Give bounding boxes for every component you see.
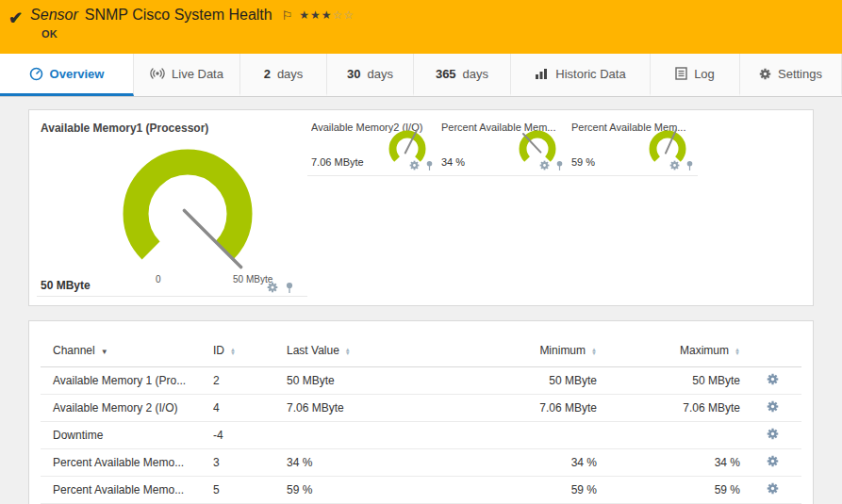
- overview-icon: [29, 67, 43, 81]
- channel-name-cell: Available Memory 1 (Pro...: [41, 366, 201, 394]
- tab-label: Historic Data: [555, 67, 625, 81]
- minimum-cell: 50 MByte: [461, 366, 601, 394]
- channel-id-cell: 4: [201, 394, 274, 421]
- tab-365-days[interactable]: 365 days: [414, 54, 511, 96]
- tab-bar: Overview Live Data 2 days 30 days 365 da…: [0, 54, 842, 97]
- table-header-row: Channel▼ ID▲▼ Last Value▲▼ Minimum▲▼ Max…: [41, 334, 801, 366]
- minimum-cell: 7.06 MByte: [461, 394, 601, 421]
- gauge-scale-min: 0: [156, 274, 161, 285]
- gauge-tile-main: Available Memory1 (Processor) 0 50 MByte…: [37, 116, 307, 297]
- table-row: Available Memory 1 (Pro... 2 50 MByte 50…: [41, 366, 801, 394]
- sensor-titles: Sensor SNMP Cisco System Health ⚐ ★★★☆☆ …: [30, 7, 355, 40]
- tab-value: 30: [347, 67, 360, 81]
- channels-panel: Channel▼ ID▲▼ Last Value▲▼ Minimum▲▼ Max…: [28, 320, 814, 504]
- historic-data-icon: [535, 68, 549, 80]
- channel-name-cell: Downtime: [41, 421, 201, 448]
- pin-icon[interactable]: [285, 282, 294, 293]
- last-value-cell: 34 %: [274, 448, 461, 476]
- maximum-cell: 50 MByte: [601, 366, 744, 394]
- channel-id-cell: -4: [201, 421, 274, 448]
- column-header-minimum[interactable]: Minimum▲▼: [461, 334, 601, 366]
- column-header-id[interactable]: ID▲▼: [201, 334, 274, 366]
- channel-name-cell: Percent Available Memo...: [41, 476, 201, 503]
- stars-empty: ☆☆: [333, 8, 355, 22]
- sort-desc-icon: ▼: [101, 348, 108, 356]
- pin-icon[interactable]: [685, 160, 694, 171]
- tab-label: days: [463, 67, 488, 81]
- column-label: Maximum: [680, 344, 729, 357]
- priority-stars[interactable]: ★★★☆☆: [299, 8, 355, 22]
- mini-gauge-value: 59 %: [571, 156, 595, 168]
- channel-id-cell: 3: [201, 448, 274, 476]
- tab-30-days[interactable]: 30 days: [327, 54, 414, 96]
- tab-label: days: [368, 67, 393, 81]
- sensor-type-label: Sensor: [30, 7, 78, 24]
- column-label: Channel: [53, 344, 95, 357]
- column-label: ID: [213, 344, 224, 357]
- gauge-tile-mini: Percent Available Mem... 34 %: [438, 116, 568, 176]
- last-value-cell: 59 %: [274, 476, 461, 503]
- table-row: Downtime -4: [41, 421, 801, 448]
- column-header-channel[interactable]: Channel▼: [41, 334, 201, 366]
- prtg-sensor-page: ✔ Sensor SNMP Cisco System Health ⚐ ★★★☆…: [0, 0, 842, 504]
- gauge-main-dial: [82, 133, 299, 284]
- flag-icon[interactable]: ⚐: [282, 8, 293, 23]
- maximum-cell: 7.06 MByte: [601, 394, 744, 421]
- log-icon: [675, 67, 687, 80]
- minimum-cell: [461, 421, 601, 448]
- channel-settings-button[interactable]: [767, 428, 779, 440]
- tab-label: Live Data: [172, 67, 223, 81]
- last-value-cell: [274, 421, 461, 448]
- gauges-panel: Available Memory1 (Processor) 0 50 MByte…: [28, 109, 814, 306]
- channel-settings-button[interactable]: [767, 400, 779, 413]
- tab-label: Overview: [50, 67, 105, 81]
- sort-icon: ▲▼: [735, 348, 740, 355]
- sensor-header: ✔ Sensor SNMP Cisco System Health ⚐ ★★★☆…: [0, 0, 842, 54]
- tab-2-days[interactable]: 2 days: [240, 54, 327, 96]
- tab-live-data[interactable]: Live Data: [134, 54, 240, 96]
- gear-icon[interactable]: [409, 160, 420, 171]
- maximum-cell: 34 %: [601, 448, 744, 476]
- table-row: Available Memory 2 (I/O) 4 7.06 MByte 7.…: [41, 394, 801, 421]
- settings-icon: [759, 68, 771, 80]
- minimum-cell: 34 %: [461, 448, 601, 476]
- channel-settings-button[interactable]: [767, 482, 779, 495]
- column-label: Minimum: [539, 344, 586, 357]
- pin-icon[interactable]: [425, 160, 434, 171]
- tab-label: days: [277, 67, 303, 81]
- gauge-value: 50 MByte: [41, 279, 91, 292]
- minimum-cell: 59 %: [461, 476, 601, 503]
- gear-icon[interactable]: [669, 160, 680, 171]
- gauge-tile-mini: Percent Available Mem... 59 %: [568, 116, 698, 176]
- sort-icon: ▲▼: [591, 348, 597, 355]
- channels-table: Channel▼ ID▲▼ Last Value▲▼ Minimum▲▼ Max…: [41, 334, 801, 504]
- sort-icon: ▲▼: [345, 348, 351, 355]
- table-row: Percent Available Memo... 3 34 % 34 % 34…: [41, 448, 801, 476]
- tab-overview[interactable]: Overview: [0, 54, 134, 96]
- channel-settings-button[interactable]: [767, 455, 779, 467]
- channel-id-cell: 2: [201, 366, 274, 394]
- tab-value: 2: [264, 67, 271, 81]
- pin-icon[interactable]: [555, 160, 564, 171]
- status-text: OK: [41, 28, 355, 40]
- tab-value: 365: [436, 67, 456, 81]
- tab-settings[interactable]: Settings: [740, 54, 842, 96]
- gear-icon[interactable]: [267, 282, 278, 293]
- channel-settings-button[interactable]: [767, 373, 779, 385]
- table-row: Percent Available Memo... 5 59 % 59 % 59…: [41, 476, 801, 503]
- mini-gauge-value: 34 %: [441, 156, 465, 168]
- tab-historic-data[interactable]: Historic Data: [511, 54, 651, 96]
- tab-log[interactable]: Log: [651, 54, 740, 96]
- stars-filled: ★★★: [299, 8, 332, 22]
- gear-icon[interactable]: [539, 160, 550, 171]
- last-value-cell: 50 MByte: [274, 366, 461, 394]
- column-header-settings: [744, 334, 801, 366]
- column-header-maximum[interactable]: Maximum▲▼: [601, 334, 744, 366]
- tab-label: Log: [694, 67, 715, 81]
- column-header-last-value[interactable]: Last Value▲▼: [274, 334, 461, 366]
- sort-icon: ▲▼: [230, 348, 236, 355]
- channel-name-cell: Available Memory 2 (I/O): [41, 394, 201, 421]
- maximum-cell: 59 %: [601, 476, 744, 503]
- channel-name-cell: Percent Available Memo...: [41, 448, 201, 476]
- last-value-cell: 7.06 MByte: [274, 394, 461, 421]
